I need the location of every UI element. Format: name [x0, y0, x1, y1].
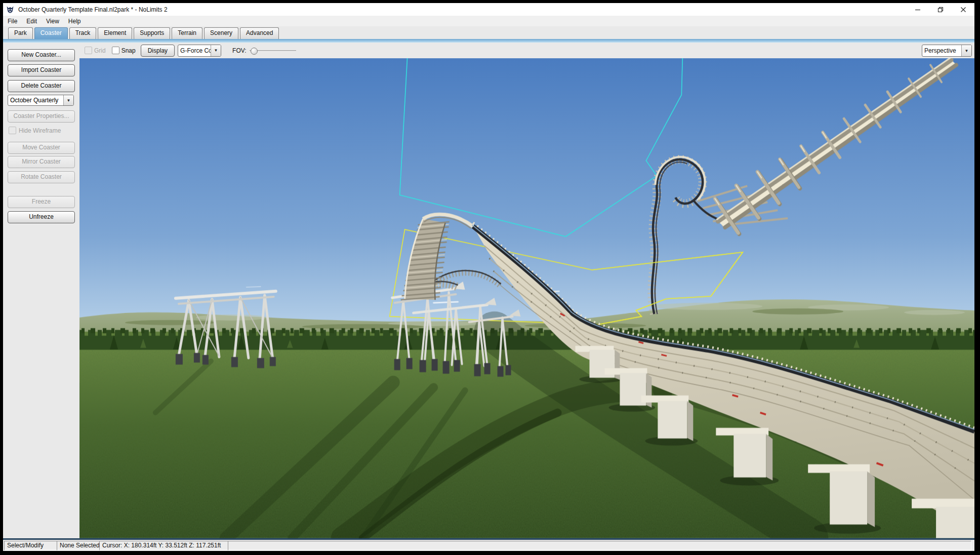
menu-help[interactable]: Help — [64, 16, 86, 26]
new-coaster-button[interactable]: New Coaster... — [8, 49, 75, 61]
grid-label: Grid — [94, 47, 106, 54]
status-spacer-panel — [228, 541, 971, 550]
import-coaster-button[interactable]: Import Coaster — [8, 64, 75, 76]
viewport-3d[interactable] — [79, 58, 974, 538]
tab-accent-strip — [3, 39, 974, 43]
status-cursor-readout: Cursor: X: 180.314ft Y: 33.512ft Z: 117.… — [99, 541, 229, 550]
tab-track[interactable]: Track — [69, 27, 97, 39]
close-button[interactable] — [952, 3, 974, 16]
minimize-button[interactable] — [906, 3, 929, 16]
status-bar: Select/Modify None Selected Cursor: X: 1… — [3, 538, 974, 551]
restore-icon — [937, 7, 944, 13]
coaster-properties-button: Coaster Properties... — [8, 110, 75, 123]
fov-slider-knob[interactable] — [251, 48, 258, 55]
tab-coaster[interactable]: Coaster — [34, 27, 68, 39]
fov-slider[interactable] — [250, 47, 296, 54]
close-icon — [960, 7, 966, 13]
app-window: October Quarterly Template Final.nl2park… — [3, 3, 974, 551]
display-mode-dropdown[interactable]: G-Force Comfort ▼ — [178, 45, 221, 57]
hide-wireframe-checkbox — [9, 127, 16, 134]
title-bar: October Quarterly Template Final.nl2park… — [3, 3, 974, 16]
chevron-down-icon: ▼ — [63, 95, 73, 105]
grid-checkbox — [85, 47, 92, 54]
unfreeze-button[interactable]: Unfreeze — [8, 211, 75, 223]
delete-coaster-button[interactable]: Delete Coaster — [8, 80, 75, 92]
minimize-icon — [915, 7, 921, 13]
nolimits-app-icon — [6, 6, 14, 14]
projection-dropdown[interactable]: Perspective ▼ — [922, 45, 972, 57]
move-coaster-button: Move Coaster — [8, 142, 75, 154]
menu-view[interactable]: View — [42, 16, 64, 26]
viewport-toolbar: Grid Snap Display G-Force Comfort ▼ FOV:… — [79, 43, 974, 58]
menu-file[interactable]: File — [3, 16, 22, 26]
rotate-coaster-button: Rotate Coaster — [8, 171, 75, 183]
snap-label: Snap — [121, 47, 136, 54]
status-mode: Select/Modify — [4, 541, 58, 550]
window-title: October Quarterly Template Final.nl2park… — [18, 6, 168, 13]
fov-label: FOV: — [232, 47, 247, 54]
restore-button[interactable] — [929, 3, 952, 16]
display-button[interactable]: Display — [141, 45, 175, 57]
tab-terrain[interactable]: Terrain — [172, 27, 202, 39]
coaster-select-dropdown[interactable]: October Quarterly ▼ — [8, 95, 74, 106]
snap-checkbox[interactable] — [112, 47, 119, 54]
tab-scenery[interactable]: Scenery — [204, 27, 238, 39]
tab-park[interactable]: Park — [8, 27, 33, 39]
mirror-coaster-button: Mirror Coaster — [8, 156, 75, 168]
projection-value: Perspective — [922, 47, 961, 54]
viewport-3d-scene[interactable] — [79, 58, 974, 538]
hide-wireframe-row: Hide Wireframe — [9, 127, 61, 134]
tab-element[interactable]: Element — [98, 27, 132, 39]
menu-bar: File Edit View Help — [3, 16, 974, 27]
chevron-down-icon: ▼ — [961, 45, 971, 56]
display-mode-value: G-Force Comfort — [178, 47, 211, 54]
main-tab-bar: Park Coaster Track Element Supports Terr… — [3, 26, 974, 39]
coaster-sidebar: New Coaster... Import Coaster Delete Coa… — [3, 43, 79, 538]
freeze-button: Freeze — [8, 196, 75, 208]
menu-edit[interactable]: Edit — [22, 16, 42, 26]
tab-supports[interactable]: Supports — [134, 27, 170, 39]
status-selection: None Selected — [57, 541, 101, 550]
tab-advanced[interactable]: Advanced — [240, 27, 279, 39]
hide-wireframe-label: Hide Wireframe — [19, 127, 61, 134]
coaster-select-value: October Quarterly — [8, 97, 63, 104]
chevron-down-icon: ▼ — [211, 45, 221, 56]
